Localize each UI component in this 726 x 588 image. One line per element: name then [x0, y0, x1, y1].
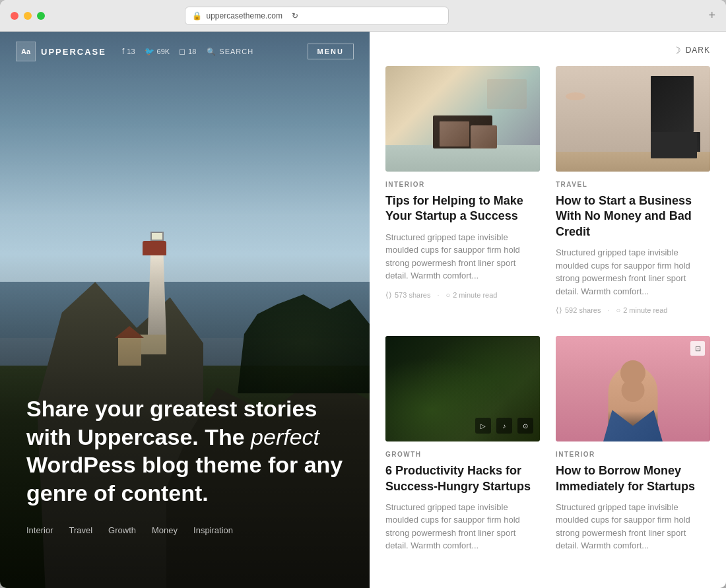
- url-text: uppercasetheme.com: [206, 11, 282, 20]
- minimize-button[interactable]: [24, 12, 32, 20]
- browser-chrome: 🔒 uppercasetheme.com ↻ +: [0, 0, 726, 32]
- category-money[interactable]: Money: [152, 525, 178, 535]
- share-number: 573 shares: [395, 291, 430, 299]
- article-image[interactable]: ▷ ♪ ⊙: [385, 336, 540, 441]
- article-category: INTERIOR: [556, 451, 710, 458]
- hero-panel: Aa UPPERCASE f 13 🐦 69K ◻ 18: [0, 32, 370, 588]
- lock-icon: 🔒: [192, 11, 202, 20]
- read-time-text: 2 minute read: [623, 306, 667, 314]
- read-time: ○ 2 minute read: [446, 291, 498, 299]
- search-label: SEARCH: [219, 48, 253, 55]
- timer-icon[interactable]: ⊙: [517, 418, 533, 434]
- category-interior[interactable]: Interior: [26, 525, 53, 535]
- category-growth[interactable]: Growth: [108, 525, 136, 535]
- articles-panel: ☽ DARK INTERIOR Tips for Helping to Make…: [370, 32, 726, 588]
- category-links: Interior Travel Growth Money Inspiration: [26, 525, 343, 535]
- site-navbar: Aa UPPERCASE f 13 🐦 69K ◻ 18: [0, 32, 370, 71]
- read-time-text: 2 minute read: [453, 291, 497, 299]
- social-links: f 13 🐦 69K ◻ 18: [122, 47, 196, 56]
- maximize-button[interactable]: [37, 12, 45, 20]
- article-excerpt: Structured gripped tape invisible moulde…: [556, 246, 710, 298]
- meta-separator: ·: [437, 291, 439, 299]
- article-excerpt: Structured gripped tape invisible moulde…: [385, 501, 540, 552]
- new-tab-button[interactable]: +: [708, 9, 715, 22]
- article-card: ⊡ INTERIOR How to Borrow Money Immediate…: [556, 336, 710, 560]
- share-icon: ⟨⟩: [556, 306, 562, 315]
- share-number: 592 shares: [565, 306, 601, 314]
- reload-icon[interactable]: ↻: [292, 11, 298, 20]
- instagram-link[interactable]: ◻ 18: [179, 47, 196, 56]
- instagram-count: 18: [188, 48, 196, 55]
- site-name[interactable]: UPPERCASE: [41, 47, 106, 57]
- hero-title-end: WordPess blog theme for any genre of con…: [26, 452, 343, 506]
- traffic-lights: [11, 12, 45, 20]
- logo-box: Aa: [16, 42, 36, 61]
- article-meta: ⟨⟩ 592 shares · ○ 2 minute read: [556, 306, 710, 315]
- article-image[interactable]: [556, 66, 710, 172]
- articles-grid: INTERIOR Tips for Helping to Make Your S…: [385, 66, 710, 560]
- hero-content: Share your greatest stories with Upperca…: [26, 395, 343, 535]
- article-category: TRAVEL: [556, 181, 710, 188]
- bookmark-icon[interactable]: ⊡: [690, 341, 705, 356]
- read-time: ○ 2 minute read: [616, 306, 668, 314]
- article-excerpt: Structured gripped tape invisible moulde…: [385, 231, 540, 282]
- search-button[interactable]: 🔍 SEARCH: [207, 48, 253, 56]
- article-title[interactable]: 6 Productivity Hacks for Success-Hungry …: [385, 463, 540, 494]
- category-travel[interactable]: Travel: [69, 525, 92, 535]
- article-card: TRAVEL How to Start a Business With No M…: [556, 66, 710, 315]
- browser-window: 🔒 uppercasetheme.com ↻ +: [0, 0, 726, 588]
- menu-button[interactable]: MENU: [308, 44, 354, 59]
- play-icon[interactable]: ▷: [475, 418, 491, 434]
- clock-icon: ○: [616, 306, 621, 314]
- facebook-link[interactable]: f 13: [122, 47, 135, 56]
- page-content: Aa UPPERCASE f 13 🐦 69K ◻ 18: [0, 32, 726, 588]
- article-card: INTERIOR Tips for Helping to Make Your S…: [385, 66, 540, 315]
- moon-icon: ☽: [673, 45, 682, 55]
- instagram-icon: ◻: [179, 47, 185, 56]
- article-title[interactable]: How to Start a Business With No Money an…: [556, 193, 710, 240]
- close-button[interactable]: [11, 12, 18, 20]
- twitter-link[interactable]: 🐦 69K: [145, 47, 170, 56]
- dark-label: DARK: [686, 46, 710, 55]
- article-category: INTERIOR: [385, 181, 540, 188]
- article-image[interactable]: ⊡: [556, 336, 710, 441]
- article-card: ▷ ♪ ⊙ GROWTH 6 Productivity Hacks for Su…: [385, 336, 540, 560]
- article-meta: ⟨⟩ 573 shares · ○ 2 minute read: [385, 290, 540, 300]
- meta-separator: ·: [607, 306, 609, 314]
- hero-title-italic: perfect: [251, 424, 319, 449]
- facebook-count: 13: [127, 48, 135, 55]
- article-excerpt: Structured gripped tape invisible moulde…: [556, 501, 710, 552]
- share-count: ⟨⟩ 573 shares: [385, 290, 430, 300]
- article-image[interactable]: [385, 66, 540, 172]
- share-count: ⟨⟩ 592 shares: [556, 306, 601, 315]
- address-bar[interactable]: 🔒 uppercasetheme.com ↻: [185, 7, 449, 25]
- video-controls: ▷ ♪ ⊙: [475, 418, 533, 434]
- share-icon: ⟨⟩: [385, 290, 392, 300]
- facebook-icon: f: [122, 47, 124, 56]
- article-title[interactable]: Tips for Helping to Make Your Startup a …: [385, 193, 540, 224]
- article-category: GROWTH: [385, 451, 540, 458]
- twitter-count: 69K: [157, 48, 170, 55]
- dark-mode-toggle[interactable]: ☽ DARK: [385, 45, 710, 55]
- article-title[interactable]: How to Borrow Money Immediately for Star…: [556, 463, 710, 494]
- logo-letters: Aa: [21, 48, 30, 55]
- category-inspiration[interactable]: Inspiration: [193, 525, 233, 535]
- search-icon: 🔍: [207, 48, 216, 56]
- twitter-icon: 🐦: [145, 47, 154, 56]
- hero-title: Share your greatest stories with Upperca…: [26, 395, 343, 507]
- clock-icon: ○: [446, 291, 451, 299]
- audio-icon[interactable]: ♪: [496, 418, 512, 434]
